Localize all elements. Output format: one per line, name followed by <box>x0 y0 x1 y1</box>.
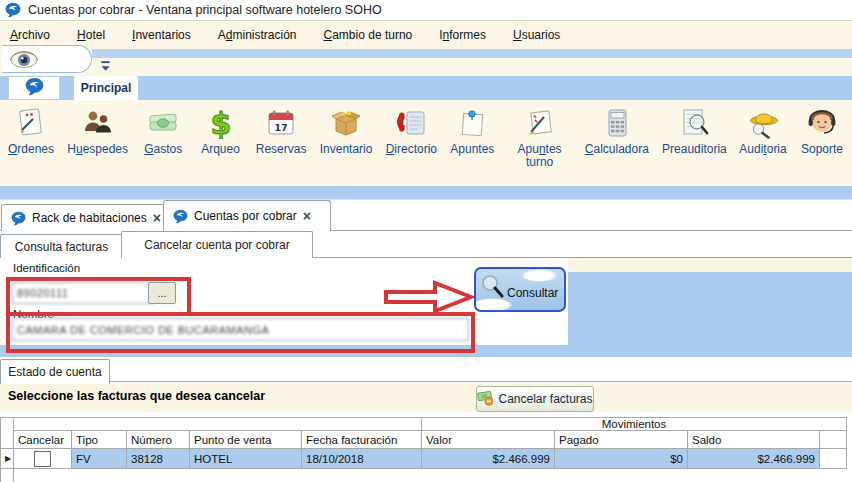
menu-administracion[interactable]: Administración <box>218 28 297 42</box>
toolbar-item-auditoria[interactable]: Auditoria <box>739 106 786 156</box>
menu-usuarios[interactable]: Usuarios <box>513 28 560 42</box>
toolbar-item-label: Preauditoria <box>662 143 726 156</box>
column-header-punto-de-venta: Punto de venta <box>190 431 302 449</box>
cell-empty <box>820 449 847 469</box>
cell-punto-de-venta[interactable]: HOTEL <box>190 449 302 469</box>
cell-valor[interactable]: $2.466.999 <box>422 449 555 469</box>
identificacion-input[interactable]: 89020111 <box>12 282 154 304</box>
close-icon[interactable]: × <box>153 213 161 223</box>
soho-logo-icon <box>11 211 26 226</box>
cell-fecha-facturacion[interactable]: 18/10/2018 <box>302 449 422 469</box>
inventario-icon <box>329 106 363 140</box>
toolbar-item-preauditoria[interactable]: Preauditoria <box>662 106 726 156</box>
row-checkbox[interactable] <box>34 451 51 467</box>
group-header-movimientos: Movimientos <box>422 417 847 431</box>
grid-band-empty <box>14 417 422 431</box>
soporte-icon <box>805 106 839 140</box>
instruction-text: Seleccione las facturas que desea cancel… <box>8 389 265 403</box>
menu-cambio-de-turno[interactable]: Cambio de turno <box>324 28 413 42</box>
toolbar-item-huespedes[interactable]: Huespedes <box>67 106 128 156</box>
eye-button[interactable] <box>2 45 92 73</box>
column-header-tipo: Tipo <box>72 431 127 449</box>
quick-access-toolbar <box>0 48 852 76</box>
column-header-pagado: Pagado <box>555 431 688 449</box>
tab-principal[interactable]: Principal <box>74 76 138 100</box>
row-selector[interactable]: ▶ <box>0 449 14 469</box>
tab-cuentas-por-cobrar[interactable]: Cuentas por cobrar× <box>163 200 331 231</box>
toolbar-item-label: Apuntes <box>450 143 494 156</box>
toolbar-item-calculadora[interactable]: Calculadora <box>585 106 649 156</box>
toolbar-item-label: Gastos <box>144 143 182 156</box>
banknote-minus-icon <box>477 389 494 409</box>
apuntes-turno-icon <box>523 106 557 140</box>
toolbar-item-label: Directorio <box>386 143 437 156</box>
right-arrow-icon: ▶ <box>5 454 11 463</box>
menu-archivo[interactable]: Archivo <box>10 28 50 42</box>
cancelar-cell <box>14 449 72 469</box>
cancelar-facturas-button[interactable]: Cancelar facturas <box>476 386 594 412</box>
ordenes-icon <box>14 106 48 140</box>
ribbon-app-button[interactable] <box>8 76 60 100</box>
invoices-table-section: MovimientosCancelarTipoNúmeroPunto de ve… <box>0 412 852 482</box>
browse-button[interactable]: ... <box>148 282 176 304</box>
toolbar-item-arqueo[interactable]: $Arqueo <box>199 106 243 156</box>
column-header-numero: Número <box>127 431 190 449</box>
toolbar-item-reservas[interactable]: 17Reservas <box>256 106 307 156</box>
menu-inventarios[interactable]: Inventarios <box>132 28 191 42</box>
calculadora-icon <box>600 106 634 140</box>
column-header-valor: Valor <box>422 431 555 449</box>
soho-logo-icon <box>173 209 188 224</box>
lookup-form-panel: Identificación 89020111 ... Nombre CAMAR… <box>0 258 568 345</box>
lookup-form-section: Identificación 89020111 ... Nombre CAMAR… <box>0 258 852 357</box>
cell-tipo[interactable]: FV <box>72 449 127 469</box>
action-bar: Seleccione las facturas que desea cancel… <box>0 383 852 412</box>
toolbar-item-label: Reservas <box>256 143 307 156</box>
toolbar-item-directorio[interactable]: Directorio <box>386 106 437 156</box>
apuntes-icon <box>455 106 489 140</box>
soho-logo-icon <box>5 2 21 18</box>
magnifier-icon <box>480 274 506 300</box>
menu-informes[interactable]: Informes <box>439 28 486 42</box>
qat-strip <box>92 49 852 58</box>
tab-estado-de-cuenta[interactable]: Estado de cuenta <box>0 359 110 384</box>
toolbar-item-soporte[interactable]: Soporte <box>800 106 844 156</box>
cell-numero[interactable]: 38128 <box>127 449 190 469</box>
nombre-input[interactable]: CAMARA DE COMERCIO DE BUCARAMANGA <box>12 318 469 341</box>
annotation-arrow <box>383 279 475 315</box>
close-icon[interactable]: × <box>303 211 311 221</box>
ribbon-bottom-strip <box>0 186 852 200</box>
toolbar-item-gastos[interactable]: Gastos <box>141 106 185 156</box>
toolbar-item-label: Ordenes <box>8 143 54 156</box>
tab-bar-divider <box>0 381 852 382</box>
grid-corner-cell <box>0 417 14 449</box>
title-bar: Cuentas por cobrar - Ventana principal s… <box>0 0 852 21</box>
menu-hotel[interactable]: Hotel <box>77 28 105 42</box>
tab-cancelar-cuenta-por-cobrar[interactable]: Cancelar cuenta por cobrar <box>121 231 313 258</box>
toolbar-item-label: Huespedes <box>67 143 128 156</box>
tab-consulta-facturas[interactable]: Consulta facturas <box>0 234 123 258</box>
toolbar-item-apuntes-turno[interactable]: Apuntes turno <box>508 106 572 169</box>
eye-icon <box>8 47 40 72</box>
toolbar-item-label: Soporte <box>801 143 843 156</box>
grid-new-row-indicator <box>0 469 14 482</box>
svg-text:17: 17 <box>275 122 288 133</box>
toolbar-item-inventario[interactable]: Inventario <box>320 106 373 156</box>
consultar-button[interactable]: Consultar <box>474 267 566 312</box>
toolbar-item-ordenes[interactable]: Ordenes <box>8 106 54 156</box>
column-header-empty <box>820 431 847 449</box>
column-header-saldo: Saldo <box>688 431 820 449</box>
cell-saldo[interactable]: $2.466.999 <box>688 449 820 469</box>
menu-bar: ArchivoHotelInventariosAdministraciónCam… <box>0 22 852 48</box>
tab-rack-de-habitaciones[interactable]: Rack de habitaciones× <box>1 204 181 231</box>
cell-pagado[interactable]: $0 <box>555 449 688 469</box>
toolbar-item-label: Arqueo <box>201 143 240 156</box>
chevron-down-icon[interactable] <box>100 60 112 72</box>
toolbar-item-label: Auditoria <box>739 143 786 156</box>
auditoria-icon <box>746 106 780 140</box>
doc-tab-label: Cuentas por cobrar <box>194 209 297 223</box>
toolbar-item-apuntes[interactable]: Apuntes <box>450 106 494 156</box>
toolbar-item-label: Calculadora <box>585 143 649 156</box>
identificacion-label: Identificación <box>13 262 80 274</box>
estado-tab-row: Estado de cuenta <box>0 357 852 383</box>
document-tab-bar: Rack de habitaciones×Cuentas por cobrar× <box>0 200 852 231</box>
